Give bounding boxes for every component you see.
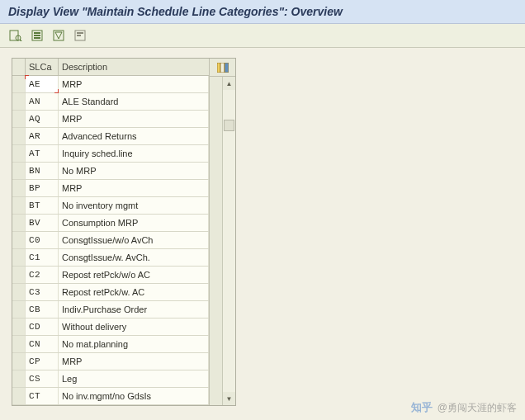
- table-row[interactable]: C0ConsgtIssue/w/o AvCh: [12, 232, 209, 249]
- vertical-scrollbar[interactable]: ▲ ▼: [222, 77, 235, 405]
- print-button[interactable]: [73, 29, 88, 42]
- row-selector[interactable]: [12, 388, 26, 404]
- col-description[interactable]: Description: [59, 59, 209, 75]
- row-selector[interactable]: [12, 163, 26, 179]
- row-selector[interactable]: [12, 76, 26, 92]
- row-selector[interactable]: [12, 284, 26, 300]
- cell-description[interactable]: MRP: [59, 353, 209, 370]
- cell-slca[interactable]: C0: [26, 232, 59, 248]
- cell-description[interactable]: No inv.mgmt/no GdsIs: [59, 388, 209, 404]
- table-row[interactable]: CBIndiv.Purchase Order: [12, 301, 209, 319]
- cell-slca[interactable]: AQ: [26, 111, 59, 127]
- row-selector[interactable]: [12, 301, 26, 318]
- row-selector[interactable]: [12, 319, 26, 335]
- svg-line-2: [20, 40, 21, 41]
- row-selector[interactable]: [12, 128, 26, 144]
- table-row[interactable]: ANALE Standard: [12, 93, 209, 111]
- row-selector[interactable]: [12, 232, 26, 248]
- cell-description[interactable]: ALE Standard: [59, 93, 209, 110]
- cell-slca[interactable]: BV: [26, 215, 59, 231]
- cell-description[interactable]: No inventory mgmt: [59, 197, 209, 214]
- table-row[interactable]: CSLeg: [12, 370, 209, 388]
- table-row[interactable]: BVConsumption MRP: [12, 215, 209, 232]
- table-row[interactable]: ARAdvanced Returns: [12, 128, 209, 145]
- cell-slca[interactable]: C2: [26, 267, 59, 283]
- cell-description[interactable]: Repost retPck/w/o AC: [59, 267, 209, 283]
- cell-description[interactable]: Repost retPck/w. AC: [59, 284, 209, 300]
- table-row[interactable]: CTNo inv.mgmt/no GdsIs: [12, 388, 209, 405]
- scroll-up-button[interactable]: ▲: [223, 77, 235, 90]
- cell-slca[interactable]: BN: [26, 163, 59, 179]
- table-row[interactable]: AEMRP: [12, 76, 209, 93]
- scroll-thumb[interactable]: [224, 120, 234, 131]
- row-selector[interactable]: [12, 215, 26, 231]
- cell-slca[interactable]: CP: [26, 353, 59, 370]
- cell-slca[interactable]: CN: [26, 336, 59, 352]
- row-selector[interactable]: [12, 267, 26, 283]
- window-title: Display View "Maintain Schedule Line Cat…: [0, 0, 525, 24]
- col-select[interactable]: [12, 59, 26, 75]
- svg-rect-4: [34, 32, 40, 34]
- col-slca[interactable]: SLCa: [26, 59, 59, 75]
- table-row[interactable]: BNNo MRP: [12, 163, 209, 180]
- content-area: SLCa Description AEMRPANALE StandardAQMR…: [0, 48, 525, 416]
- cell-slca[interactable]: CB: [26, 301, 59, 318]
- row-selector[interactable]: [12, 145, 26, 162]
- svg-rect-6: [34, 37, 40, 39]
- cell-description[interactable]: MRP: [59, 180, 209, 196]
- table-row[interactable]: BTNo inventory mgmt: [12, 197, 209, 215]
- row-selector[interactable]: [12, 111, 26, 127]
- svg-rect-12: [217, 63, 220, 73]
- cell-description[interactable]: Consumption MRP: [59, 215, 209, 231]
- toolbar: [0, 24, 525, 48]
- table-row[interactable]: AQMRP: [12, 111, 209, 128]
- cell-slca[interactable]: CS: [26, 370, 59, 387]
- cell-description[interactable]: Inquiry sched.line: [59, 145, 209, 162]
- table-row[interactable]: C3Repost retPck/w. AC: [12, 284, 209, 301]
- svg-rect-10: [77, 35, 81, 36]
- cell-slca[interactable]: BP: [26, 180, 59, 196]
- row-selector[interactable]: [12, 353, 26, 370]
- cell-description[interactable]: ConsgtIssue/w/o AvCh: [59, 232, 209, 248]
- cell-description[interactable]: Advanced Returns: [59, 128, 209, 144]
- deselect-all-button[interactable]: [51, 29, 66, 42]
- cell-description[interactable]: No mat.planning: [59, 336, 209, 352]
- cell-slca[interactable]: AE: [26, 76, 59, 92]
- row-selector[interactable]: [12, 249, 26, 266]
- table-row[interactable]: BPMRP: [12, 180, 209, 197]
- cell-slca[interactable]: CT: [26, 388, 59, 404]
- grid-header: SLCa Description: [12, 59, 209, 76]
- row-selector[interactable]: [12, 336, 26, 352]
- cell-description[interactable]: MRP: [59, 76, 209, 92]
- svg-rect-13: [220, 63, 225, 73]
- row-selector[interactable]: [12, 93, 26, 110]
- cell-slca[interactable]: AN: [26, 93, 59, 110]
- cell-description[interactable]: Without delivery: [59, 319, 209, 335]
- table-row[interactable]: CNNo mat.planning: [12, 336, 209, 353]
- cell-slca[interactable]: CD: [26, 319, 59, 335]
- select-all-button[interactable]: [30, 29, 45, 42]
- table-row[interactable]: ATInquiry sched.line: [12, 145, 209, 163]
- cell-description[interactable]: MRP: [59, 111, 209, 127]
- table-row[interactable]: CDWithout delivery: [12, 319, 209, 336]
- row-selector[interactable]: [12, 370, 26, 387]
- table-row[interactable]: C2Repost retPck/w/o AC: [12, 267, 209, 284]
- cell-slca[interactable]: AR: [26, 128, 59, 144]
- cell-slca[interactable]: BT: [26, 197, 59, 214]
- row-selector[interactable]: [12, 180, 26, 196]
- details-button[interactable]: [8, 29, 23, 42]
- cell-description[interactable]: No MRP: [59, 163, 209, 179]
- cell-slca[interactable]: C3: [26, 284, 59, 300]
- scroll-down-button[interactable]: ▼: [223, 392, 235, 405]
- table-row[interactable]: CPMRP: [12, 353, 209, 370]
- cell-slca[interactable]: C1: [26, 249, 59, 266]
- configure-columns-button[interactable]: [210, 59, 235, 77]
- cell-description[interactable]: Indiv.Purchase Order: [59, 301, 209, 318]
- table-row[interactable]: C1ConsgtIssue/w. AvCh.: [12, 249, 209, 267]
- scroll-track[interactable]: [223, 90, 235, 392]
- cell-description[interactable]: ConsgtIssue/w. AvCh.: [59, 249, 209, 266]
- svg-rect-5: [34, 35, 40, 36]
- row-selector[interactable]: [12, 197, 26, 214]
- cell-slca[interactable]: AT: [26, 145, 59, 162]
- cell-description[interactable]: Leg: [59, 370, 209, 387]
